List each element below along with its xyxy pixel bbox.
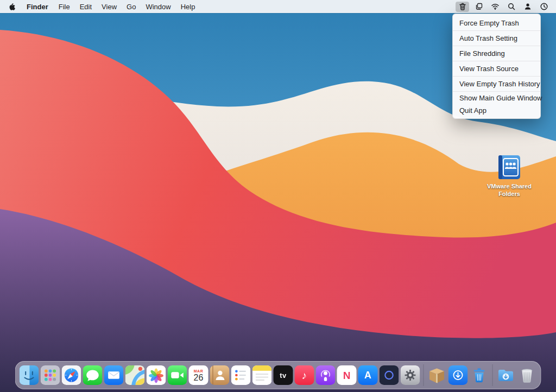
dock-item-music[interactable]: ♪ xyxy=(295,365,314,385)
calendar-day-label: 26 xyxy=(194,373,204,383)
apple-menu[interactable] xyxy=(5,0,21,13)
messages-icon xyxy=(83,365,103,385)
menu-help[interactable]: Help xyxy=(176,0,200,13)
contacts-icon xyxy=(210,365,230,385)
dock-item-photos[interactable] xyxy=(147,365,166,385)
dock-item-developer-utility[interactable] xyxy=(380,365,399,385)
apple-logo-icon xyxy=(9,3,16,11)
dock-item-mail[interactable] xyxy=(104,365,124,385)
dock-item-downloader[interactable] xyxy=(448,365,468,385)
reminders-icon xyxy=(231,365,251,385)
trash-icon xyxy=(458,2,467,11)
dock-item-messages[interactable] xyxy=(83,365,103,385)
dock-item-news[interactable]: N xyxy=(337,365,357,385)
downloads-folder-icon xyxy=(496,365,516,385)
dock-divider xyxy=(424,364,424,386)
clock-icon xyxy=(540,2,548,11)
wifi-icon xyxy=(491,2,500,11)
photos-icon xyxy=(147,365,166,385)
news-glyph: N xyxy=(343,370,351,381)
dock-item-trash-utility[interactable] xyxy=(470,365,489,385)
dock-divider xyxy=(492,364,493,386)
dock-item-trash[interactable] xyxy=(517,365,537,385)
dock-item-podcasts[interactable] xyxy=(316,365,336,385)
search-icon xyxy=(507,2,516,11)
tv-glyph: tv xyxy=(280,371,287,380)
dock-item-system-preferences[interactable] xyxy=(401,365,420,385)
facetime-icon xyxy=(168,365,187,385)
wifi-button[interactable] xyxy=(488,2,502,12)
podcasts-icon xyxy=(316,365,336,385)
dock-item-safari[interactable] xyxy=(62,365,81,385)
safari-icon xyxy=(62,365,81,385)
menu-bar-status-area xyxy=(456,0,551,13)
app-store-glyph: A xyxy=(364,370,371,380)
dock-item-downloads-folder[interactable] xyxy=(496,365,516,385)
trash-can-icon xyxy=(517,365,537,385)
clock-button[interactable] xyxy=(537,2,551,12)
dock-item-tv[interactable]: tv xyxy=(274,365,293,385)
spotlight-button[interactable] xyxy=(504,2,518,12)
stacked-windows-icon xyxy=(475,2,483,11)
dock-item-reminders[interactable] xyxy=(231,365,251,385)
desktop-icon-label: VMware Shared Folders xyxy=(482,183,536,198)
dock-item-package[interactable] xyxy=(427,365,447,385)
circle-arrow-download-icon xyxy=(448,365,468,385)
finder-icon xyxy=(20,365,39,385)
menu-edit[interactable]: Edit xyxy=(75,0,97,13)
gear-icon xyxy=(401,365,420,385)
package-box-icon xyxy=(427,365,447,385)
dock-item-finder[interactable] xyxy=(20,365,39,385)
dock-item-contacts[interactable] xyxy=(210,365,230,385)
window-manager-button[interactable] xyxy=(472,2,485,12)
menu-item-auto-trash-setting[interactable]: Auto Trash Setting xyxy=(453,31,540,46)
dark-ring-app-icon xyxy=(380,365,399,385)
mail-icon xyxy=(104,365,124,385)
menu-window[interactable]: Window xyxy=(141,0,175,13)
dock-item-launchpad[interactable] xyxy=(41,365,60,385)
trash-utility-menu: Force Empty Trash Auto Trash Setting Fil… xyxy=(452,14,541,119)
dock-item-calendar[interactable]: MAR 26 xyxy=(189,365,208,385)
trash-menu-extra-button[interactable] xyxy=(456,2,469,12)
menu-bar: Finder File Edit View Go Window Help xyxy=(0,0,556,13)
notes-icon xyxy=(252,365,272,385)
user-icon xyxy=(523,2,532,11)
dock-item-facetime[interactable] xyxy=(168,365,187,385)
dock-item-maps[interactable] xyxy=(125,365,145,385)
dock: MAR 26 xyxy=(15,361,541,389)
maps-icon xyxy=(125,365,145,385)
menu-item-show-main-guide-window[interactable]: Show Main Guide Window xyxy=(453,92,540,104)
calendar-month-label: MAR xyxy=(194,369,203,373)
desktop-icon-vmware-shared-folders[interactable]: VMware Shared Folders xyxy=(482,153,536,198)
menu-finder[interactable]: Finder xyxy=(21,0,54,13)
shared-folders-disk-icon xyxy=(495,153,523,181)
menu-view[interactable]: View xyxy=(97,0,122,13)
dock-item-notes[interactable] xyxy=(252,365,272,385)
desktop: Finder File Edit View Go Window Help xyxy=(0,0,556,392)
menu-item-view-empty-trash-history[interactable]: View Empty Trash History xyxy=(453,77,540,92)
user-account-button[interactable] xyxy=(521,2,534,12)
menu-item-file-shredding[interactable]: File Shredding xyxy=(453,46,540,61)
menu-go[interactable]: Go xyxy=(122,0,141,13)
menu-item-quit-app[interactable]: Quit App xyxy=(453,104,540,117)
music-note-glyph: ♪ xyxy=(302,370,307,381)
menu-item-force-empty-trash[interactable]: Force Empty Trash xyxy=(453,16,540,31)
blue-trash-can-icon xyxy=(470,365,489,385)
launchpad-icon xyxy=(41,365,60,385)
dock-item-app-store[interactable]: A xyxy=(358,365,378,385)
menu-item-view-trash-source[interactable]: View Trash Source xyxy=(453,61,540,77)
menu-file[interactable]: File xyxy=(54,0,75,13)
